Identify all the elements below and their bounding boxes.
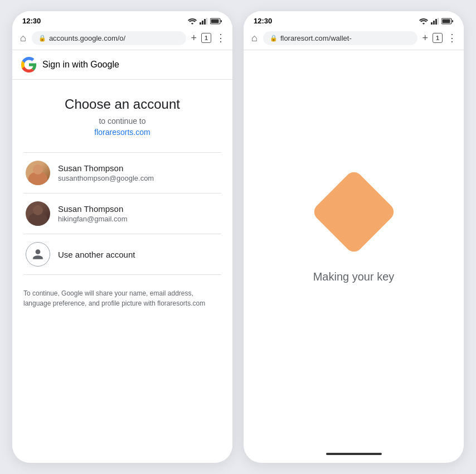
svg-rect-1 (202, 21, 203, 25)
account-info-2: Susan Thompson hikingfan@gmail.com (58, 204, 127, 223)
left-phone: 12:30 ⌂ 🔒 (12, 11, 232, 463)
page-content-left: Choose an account to continue to florare… (12, 80, 232, 463)
avatar-2 (26, 201, 50, 226)
new-tab-button-right[interactable]: + (421, 31, 429, 45)
address-bar-left[interactable]: 🔒 accounts.google.com/o/ (32, 31, 187, 45)
status-icons-right (419, 18, 454, 25)
svg-rect-8 (433, 21, 435, 25)
menu-button-right[interactable]: ⋮ (446, 31, 458, 45)
account-item-2[interactable]: Susan Thompson hikingfan@gmail.com (23, 194, 221, 234)
wifi-icon-right (419, 18, 428, 25)
lock-icon-right: 🔒 (270, 35, 278, 42)
right-phone: 12:30 ⌂ 🔒 floraresort.com/ (244, 11, 464, 463)
account-email-2: hikingfan@gmail.com (58, 215, 127, 223)
svg-rect-10 (438, 18, 439, 25)
account-chooser: Choose an account to continue to florare… (12, 80, 232, 320)
making-key-content: Making your key (244, 50, 464, 447)
continue-to: to continue to (23, 117, 221, 125)
time-right: 12:30 (254, 17, 272, 25)
status-bar-right: 12:30 (244, 11, 464, 27)
account-info-1: Susan Thompson susanthompson@google.com (58, 163, 154, 182)
google-logo (21, 57, 37, 72)
url-left: accounts.google.com/o/ (49, 34, 125, 42)
browser-bar-right: ⌂ 🔒 floraresort.com/wallet- + 1 ⋮ (244, 27, 464, 50)
making-key-text: Making your key (313, 270, 395, 283)
tab-count-right[interactable]: 1 (433, 33, 443, 43)
privacy-notice: To continue, Google will share your name… (23, 288, 221, 308)
status-icons-left (188, 18, 222, 25)
account-name-1: Susan Thompson (58, 163, 154, 173)
person-add-icon (32, 248, 44, 260)
svg-rect-13 (443, 19, 450, 23)
signal-icon (200, 18, 207, 25)
new-tab-button-left[interactable]: + (190, 31, 198, 45)
google-header-text: Sign in with Google (42, 60, 119, 70)
time-left: 12:30 (22, 17, 41, 25)
account-list: Susan Thompson susanthompson@google.com … (23, 152, 221, 275)
battery-icon-right (441, 18, 454, 25)
svg-rect-7 (431, 22, 433, 25)
svg-rect-9 (435, 19, 437, 25)
battery-icon (210, 18, 222, 25)
tab-count-left[interactable]: 1 (201, 33, 211, 43)
account-name-2: Susan Thompson (58, 204, 127, 214)
use-another-label: Use another account (58, 250, 135, 259)
svg-rect-3 (206, 18, 207, 25)
account-email-1: susanthompson@google.com (58, 174, 154, 182)
svg-rect-6 (211, 19, 219, 23)
wifi-icon (188, 18, 197, 25)
svg-rect-12 (452, 20, 453, 22)
account-item-1[interactable]: Susan Thompson susanthompson@google.com (23, 153, 221, 194)
svg-rect-0 (200, 22, 201, 25)
lock-icon-left: 🔒 (38, 35, 46, 42)
avatar-1 (26, 161, 50, 185)
signal-icon-right (431, 18, 439, 25)
add-account-icon (26, 242, 50, 267)
choose-title: Choose an account (23, 96, 221, 112)
site-link[interactable]: floraresorts.com (23, 128, 221, 137)
svg-rect-5 (221, 20, 222, 22)
browser-actions-left: + 1 ⋮ (190, 31, 227, 45)
use-another-account-item[interactable]: Use another account (23, 234, 221, 275)
url-right: floraresort.com/wallet- (280, 34, 352, 42)
browser-actions-right: + 1 ⋮ (421, 31, 458, 45)
address-bar-right[interactable]: 🔒 floraresort.com/wallet- (263, 31, 418, 45)
home-bar-right (326, 453, 382, 455)
diamond-logo (310, 168, 397, 255)
svg-rect-2 (204, 19, 206, 25)
home-button-left[interactable]: ⌂ (18, 31, 28, 45)
menu-button-left[interactable]: ⋮ (215, 31, 227, 45)
browser-bar-left: ⌂ 🔒 accounts.google.com/o/ + 1 ⋮ (12, 27, 232, 50)
google-header: Sign in with Google (12, 50, 232, 80)
home-indicator-right (244, 447, 464, 463)
status-bar-left: 12:30 (12, 11, 232, 27)
home-button-right[interactable]: ⌂ (249, 31, 260, 45)
